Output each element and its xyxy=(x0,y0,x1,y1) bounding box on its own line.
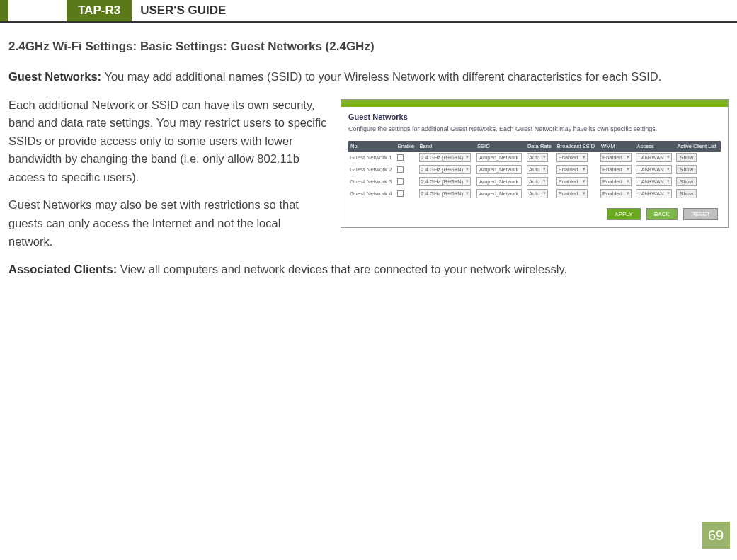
screenshot-topbar xyxy=(341,100,728,107)
header-title: USER'S GUIDE xyxy=(132,0,234,21)
enable-checkbox[interactable] xyxy=(397,190,404,197)
col-enable: Enable xyxy=(396,141,418,152)
band-select[interactable]: 2.4 GHz (B+G+N) xyxy=(419,177,472,186)
bcast-select[interactable]: Enabled xyxy=(556,189,588,198)
label-guest-networks: Guest Networks: xyxy=(8,70,101,83)
show-button[interactable]: Show xyxy=(676,165,697,174)
ssid-input[interactable]: Amped_Network xyxy=(476,177,521,186)
enable-checkbox[interactable] xyxy=(397,166,404,173)
col-band: Band xyxy=(418,141,476,152)
reset-button[interactable]: RESET xyxy=(683,208,718,220)
enable-checkbox[interactable] xyxy=(397,178,404,185)
label-associated-clients: Associated Clients: xyxy=(8,263,117,275)
cell-no: Guest Network 1 xyxy=(348,152,396,164)
screenshot-title: Guest Networks xyxy=(341,107,728,125)
access-select[interactable]: LAN+WAN xyxy=(636,177,671,186)
show-button[interactable]: Show xyxy=(676,189,697,198)
cell-no: Guest Network 4 xyxy=(348,188,396,200)
section-title: 2.4GHz Wi-Fi Settings: Basic Settings: G… xyxy=(8,40,729,54)
paragraph-associated-clients: Associated Clients: View all computers a… xyxy=(8,261,729,279)
bcast-select[interactable]: Enabled xyxy=(556,165,588,174)
back-button[interactable]: BACK xyxy=(646,208,678,220)
button-row: APPLY BACK RESET xyxy=(341,205,728,227)
wmm-select[interactable]: Enabled xyxy=(600,177,632,186)
col-client: Active Client List xyxy=(675,141,721,152)
table-row: Guest Network 32.4 GHz (B+G+N)Amped_Netw… xyxy=(348,176,721,188)
access-select[interactable]: LAN+WAN xyxy=(636,165,671,174)
header-accent xyxy=(0,0,8,21)
table-row: Guest Network 22.4 GHz (B+G+N)Amped_Netw… xyxy=(348,164,721,176)
wmm-select[interactable]: Enabled xyxy=(600,153,632,162)
apply-button[interactable]: APPLY xyxy=(607,208,640,220)
access-select[interactable]: LAN+WAN xyxy=(636,189,671,198)
enable-checkbox[interactable] xyxy=(397,154,404,161)
band-select[interactable]: 2.4 GHz (B+G+N) xyxy=(419,165,472,174)
col-ssid: SSID xyxy=(475,141,525,152)
cell-no: Guest Network 3 xyxy=(348,176,396,188)
rate-select[interactable]: Auto xyxy=(527,165,548,174)
settings-screenshot: Guest Networks Configure the settings fo… xyxy=(341,99,729,228)
rate-select[interactable]: Auto xyxy=(527,189,548,198)
access-select[interactable]: LAN+WAN xyxy=(636,153,671,162)
paragraph-guest-networks: Guest Networks: You may add additional n… xyxy=(8,68,729,86)
table-row: Guest Network 42.4 GHz (B+G+N)Amped_Netw… xyxy=(348,188,721,200)
col-bcast: Broadcast SSID xyxy=(555,141,599,152)
show-button[interactable]: Show xyxy=(676,153,697,162)
col-rate: Data Rate xyxy=(525,141,555,152)
rate-select[interactable]: Auto xyxy=(527,153,548,162)
bcast-select[interactable]: Enabled xyxy=(556,153,588,162)
guest-networks-table: No. Enable Band SSID Data Rate Broadcast… xyxy=(348,141,721,200)
cell-no: Guest Network 2 xyxy=(348,164,396,176)
wmm-select[interactable]: Enabled xyxy=(600,189,632,198)
ssid-input[interactable]: Amped_Network xyxy=(476,153,521,162)
text-associated-clients: View all computers and network devices t… xyxy=(117,263,567,275)
band-select[interactable]: 2.4 GHz (B+G+N) xyxy=(419,153,472,162)
col-no: No. xyxy=(348,141,396,152)
page-number: 69 xyxy=(702,522,730,549)
ssid-input[interactable]: Amped_Network xyxy=(476,189,521,198)
show-button[interactable]: Show xyxy=(676,177,697,186)
doc-header: TAP-R3 USER'S GUIDE xyxy=(0,0,737,23)
band-select[interactable]: 2.4 GHz (B+G+N) xyxy=(419,189,472,198)
rate-select[interactable]: Auto xyxy=(527,177,548,186)
ssid-input[interactable]: Amped_Network xyxy=(476,165,521,174)
col-wmm: WMM xyxy=(599,141,634,152)
col-access: Access xyxy=(634,141,675,152)
text-guest-networks: You may add additional names (SSID) to y… xyxy=(101,70,661,83)
header-model: TAP-R3 xyxy=(67,0,132,21)
wmm-select[interactable]: Enabled xyxy=(600,165,632,174)
screenshot-desc: Configure the settings for additional Gu… xyxy=(341,125,728,138)
bcast-select[interactable]: Enabled xyxy=(556,177,588,186)
table-row: Guest Network 12.4 GHz (B+G+N)Amped_Netw… xyxy=(348,152,721,164)
